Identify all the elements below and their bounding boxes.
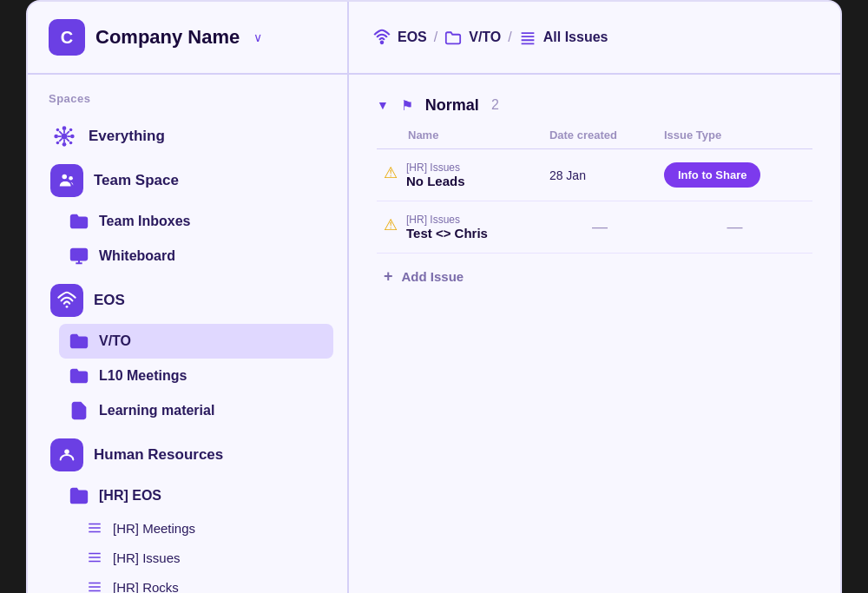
hr-issues-label: [HR] Issues: [113, 550, 181, 565]
svg-line-20: [59, 139, 62, 142]
company-avatar: C: [49, 19, 85, 56]
breadcrumb: EOS / V/TO / All Issues: [349, 11, 840, 63]
sidebar-item-l10-meetings[interactable]: L10 Meetings: [59, 359, 333, 393]
svg-point-23: [69, 176, 73, 181]
everything-label: Everything: [89, 128, 165, 145]
svg-point-10: [56, 128, 60, 132]
svg-point-11: [69, 128, 73, 132]
hr-meetings-list-icon: [85, 518, 104, 537]
folder-breadcrumb-icon: [444, 30, 462, 45]
issue-main-name[interactable]: No Leads: [406, 174, 465, 188]
issue-sub-label: [HR] Issues: [406, 161, 465, 174]
section-header: ▼ ⚑ Normal 2: [377, 96, 812, 115]
spaces-label: Spaces: [42, 92, 333, 105]
svg-line-18: [59, 131, 62, 134]
hr-eos-children: [HR] Meetings [HR] Issues: [59, 513, 333, 593]
issue-date: 28 Jan: [542, 149, 657, 201]
issue-main-name[interactable]: Test <> Chris: [406, 226, 488, 240]
chevron-down-icon[interactable]: ∨: [253, 30, 262, 44]
priority-flag-icon: ⚑: [398, 96, 417, 115]
sidebar-item-vto[interactable]: V/TO: [59, 324, 333, 359]
hr-icon-bg: [50, 438, 83, 471]
l10-folder-icon: [68, 365, 90, 387]
svg-point-8: [62, 126, 67, 130]
team-space-children: Team Inboxes Whiteboard: [42, 204, 333, 273]
issue-type-dash: —: [657, 201, 812, 254]
svg-point-22: [62, 175, 68, 180]
svg-line-19: [67, 131, 69, 134]
human-resources-label: Human Resources: [94, 446, 223, 464]
svg-point-9: [62, 142, 67, 147]
list-breadcrumb-icon: [519, 30, 536, 45]
svg-point-0: [381, 42, 384, 44]
doc-icon: [68, 399, 90, 422]
whiteboard-label: Whiteboard: [99, 248, 175, 264]
info-to-share-button[interactable]: Info to Share: [664, 162, 760, 188]
wifi-icon-bg: [50, 284, 83, 317]
breadcrumb-vto[interactable]: V/TO: [469, 30, 501, 45]
issue-name-cell: ⚠ [HR] Issues Test <> Chris: [377, 201, 542, 254]
sidebar-item-human-resources[interactable]: Human Resources: [42, 432, 333, 478]
warning-icon: ⚠: [384, 163, 398, 182]
vto-label: V/TO: [99, 333, 131, 349]
svg-point-7: [70, 135, 75, 139]
header: C Company Name ∨ EOS / V/TO: [28, 2, 840, 75]
sidebar-item-eos[interactable]: EOS: [42, 277, 333, 324]
svg-point-6: [54, 135, 58, 139]
sidebar-item-hr-rocks[interactable]: [HR] Rocks: [76, 572, 333, 593]
svg-line-21: [67, 139, 69, 142]
plus-icon: +: [384, 267, 393, 286]
breadcrumb-all-issues[interactable]: All Issues: [543, 30, 608, 45]
hr-rocks-list-icon: [85, 577, 104, 593]
hr-meetings-label: [HR] Meetings: [113, 521, 195, 536]
eos-label: EOS: [94, 292, 125, 309]
l10-meetings-label: L10 Meetings: [99, 368, 187, 384]
issue-type-cell: Info to Share: [657, 149, 812, 201]
breadcrumb-eos[interactable]: EOS: [398, 30, 427, 45]
section-human-resources: Human Resources [HR] EOS: [42, 432, 333, 593]
app-container: C Company Name ∨ EOS / V/TO: [26, 0, 842, 593]
col-date-created: Date created: [542, 125, 657, 149]
hr-eos-label: [HR] EOS: [99, 488, 161, 504]
team-inboxes-label: Team Inboxes: [99, 214, 191, 229]
add-issue-row[interactable]: + Add Issue: [377, 254, 812, 300]
section-count: 2: [491, 97, 499, 113]
team-space-label: Team Space: [94, 172, 179, 189]
table-header: Name Date created Issue Type: [377, 125, 812, 149]
body: Spaces: [28, 75, 840, 593]
sidebar-item-hr-meetings[interactable]: [HR] Meetings: [76, 513, 333, 543]
col-issue-type: Issue Type: [657, 125, 812, 149]
svg-point-28: [64, 450, 69, 455]
issue-date-dash: —: [542, 201, 657, 254]
add-issue-label: Add Issue: [402, 269, 464, 284]
eos-icon: [373, 29, 391, 46]
svg-point-25: [66, 306, 69, 308]
sidebar-item-everything[interactable]: Everything: [42, 115, 333, 157]
vto-folder-icon: [68, 330, 90, 353]
hr-rocks-label: [HR] Rocks: [113, 580, 179, 594]
sidebar: Spaces: [28, 75, 349, 593]
sidebar-item-team-inboxes[interactable]: Team Inboxes: [59, 204, 333, 239]
header-left: C Company Name ∨: [28, 2, 349, 73]
sidebar-item-team-space[interactable]: Team Space: [42, 157, 333, 204]
sidebar-item-hr-eos[interactable]: [HR] EOS: [59, 478, 333, 513]
company-name: Company Name: [95, 26, 240, 49]
table-row: ⚠ [HR] Issues Test <> Chris — —: [377, 201, 812, 254]
warning-icon: ⚠: [384, 215, 398, 234]
issue-name-cell: ⚠ [HR] Issues No Leads: [377, 149, 542, 201]
section-team-space: Team Space Team Inboxes: [42, 157, 333, 273]
section-eos: EOS V/TO: [42, 277, 333, 428]
team-icon-bg: [50, 164, 83, 197]
network-icon: [50, 122, 78, 150]
hr-issues-list-icon: [85, 548, 104, 567]
svg-point-5: [62, 134, 68, 140]
learning-material-label: Learning material: [99, 403, 214, 418]
hr-eos-folder-icon: [68, 484, 90, 507]
whiteboard-icon: [68, 245, 90, 267]
sidebar-item-learning-material[interactable]: Learning material: [59, 393, 333, 428]
hr-children: [HR] EOS [HR] Meetings: [42, 478, 333, 593]
sidebar-item-whiteboard[interactable]: Whiteboard: [59, 239, 333, 273]
collapse-arrow-icon[interactable]: ▼: [377, 98, 389, 112]
table-row: ⚠ [HR] Issues No Leads 28 Jan Info to Sh…: [377, 149, 812, 201]
sidebar-item-hr-issues[interactable]: [HR] Issues: [76, 543, 333, 572]
